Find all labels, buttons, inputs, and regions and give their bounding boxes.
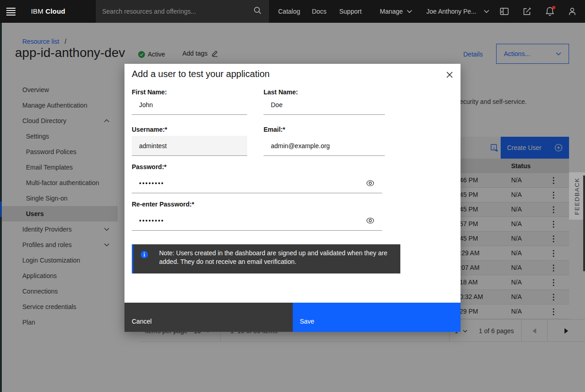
feedback-label: FEEDBACK xyxy=(574,177,580,215)
reenter-password-field[interactable] xyxy=(132,211,382,231)
nav-account[interactable]: Joe Anthony Pe... xyxy=(426,0,489,23)
email-label: Email:* xyxy=(264,126,285,133)
search-input[interactable] xyxy=(96,0,254,23)
nav-account-label: Joe Anthony Pe... xyxy=(426,8,476,15)
brand-ibm: IBM xyxy=(31,7,43,15)
nav-manage[interactable]: Manage xyxy=(380,0,412,23)
info-icon xyxy=(140,251,148,260)
modal-footer: Cancel Save xyxy=(124,303,461,332)
info-notification-text: Note: Users created in the dashboard are… xyxy=(159,249,393,266)
username-field[interactable] xyxy=(132,136,247,156)
username-label: Username:* xyxy=(132,126,167,133)
save-button[interactable]: Save xyxy=(293,303,461,332)
info-notification: Note: Users created in the dashboard are… xyxy=(132,244,400,273)
nav-catalog[interactable]: Catalog xyxy=(278,0,300,23)
nav-docs-label: Docs xyxy=(312,8,326,15)
cancel-button[interactable]: Cancel xyxy=(124,303,293,332)
password-label: Password:* xyxy=(132,163,166,170)
password-field[interactable] xyxy=(132,173,382,193)
show-password-icon[interactable] xyxy=(366,179,375,188)
user-avatar-icon[interactable] xyxy=(561,0,583,22)
nav-support[interactable]: Support xyxy=(339,0,362,23)
brand-cloud: Cloud xyxy=(46,7,66,15)
nav-manage-label: Manage xyxy=(380,8,403,15)
notifications-icon[interactable] xyxy=(539,0,561,22)
ibm-cloud-app: IBM Cloud Catalog Docs Support Manage Jo… xyxy=(0,0,585,392)
reenter-password-label: Re-enter Password:* xyxy=(132,201,194,208)
show-password-icon[interactable] xyxy=(366,216,375,225)
chevron-down-icon xyxy=(407,10,412,13)
menu-icon[interactable] xyxy=(5,0,25,23)
brand-logo[interactable]: IBM Cloud xyxy=(31,7,65,15)
top-header: IBM Cloud Catalog Docs Support Manage Jo… xyxy=(0,0,585,23)
nav-docs[interactable]: Docs xyxy=(312,0,326,23)
reenter-password-input-wrap xyxy=(132,211,382,231)
close-icon[interactable] xyxy=(441,67,458,83)
cli-window-icon[interactable] xyxy=(493,0,515,22)
feedback-tab[interactable]: FEEDBACK xyxy=(569,172,585,220)
last-name-field[interactable] xyxy=(264,95,385,115)
edit-feedback-icon[interactable] xyxy=(516,0,538,22)
modal-title: Add a user to test your application xyxy=(132,69,269,79)
password-input-wrap xyxy=(132,173,382,193)
nav-support-label: Support xyxy=(339,8,362,15)
first-name-field[interactable] xyxy=(132,95,247,115)
add-user-modal: Add a user to test your application Firs… xyxy=(124,64,461,332)
email-field[interactable] xyxy=(264,136,385,156)
notification-dot xyxy=(552,6,555,9)
global-search xyxy=(96,0,269,23)
scrollbar-thumb[interactable] xyxy=(583,175,585,271)
chevron-down-icon xyxy=(484,10,489,13)
nav-catalog-label: Catalog xyxy=(278,8,300,15)
search-icon[interactable] xyxy=(254,6,262,16)
